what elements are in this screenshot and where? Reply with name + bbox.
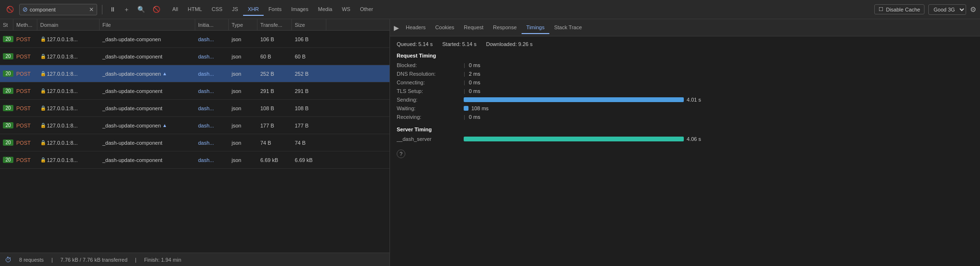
type-text: json <box>232 123 241 128</box>
timing-value: 4.01 s <box>687 97 701 103</box>
help-icon[interactable]: ? <box>397 150 405 158</box>
detail-tab-timings[interactable]: Timings <box>522 22 549 34</box>
server-timing-label: __dash_server <box>397 136 459 142</box>
pause-button[interactable]: ⏸ <box>107 4 118 15</box>
table-row[interactable]: 20 POST 🔒 127.0.0.1:8... _dash-update-co… <box>0 31 390 48</box>
nav-tab-css[interactable]: CSS <box>207 3 227 16</box>
clear-button[interactable]: 🚫 <box>4 4 16 15</box>
table-row[interactable]: 20 POST 🔒 127.0.0.1:8... _dash-update-co… <box>0 48 390 65</box>
method-text: POST <box>16 54 31 59</box>
status-badge: 20 <box>3 36 13 42</box>
detail-tabs: ▶ HeadersCookiesRequestResponseTimingsSt… <box>390 19 980 36</box>
initiator-link[interactable]: dash... <box>198 54 214 59</box>
method-text: POST <box>16 88 31 94</box>
type-text: json <box>232 157 241 163</box>
play-button[interactable]: ▶ <box>392 22 401 34</box>
timing-label: Receiving: <box>397 114 459 120</box>
detail-tab-response[interactable]: Response <box>488 22 522 34</box>
table-row[interactable]: 20 POST 🔒 127.0.0.1:8... _dash-update-co… <box>0 100 390 117</box>
tick-mark: | <box>464 114 465 120</box>
status-badge: 20 <box>3 70 13 77</box>
timing-rows-container: Blocked: | 0 ms DNS Resolution: | 2 ms C… <box>397 62 973 120</box>
initiator-link[interactable]: dash... <box>198 140 214 146</box>
detail-tab-cookies[interactable]: Cookies <box>431 22 459 34</box>
initiator-link[interactable]: dash... <box>198 157 214 163</box>
table-row[interactable]: 20 POST 🔒 127.0.0.1:8... _dash-update-co… <box>0 134 390 151</box>
request-timing-title: Request Timing <box>397 53 973 58</box>
timing-row: Blocked: | 0 ms <box>397 62 973 68</box>
timing-row: Connecting: | 0 ms <box>397 80 973 85</box>
nav-tab-other[interactable]: Other <box>355 3 378 16</box>
lock-icon: 🔒 <box>40 123 46 128</box>
filter-icon: ⊘ <box>22 6 28 13</box>
domain-text: 127.0.0.1:8... <box>47 157 78 163</box>
table-row[interactable]: 20 POST 🔒 127.0.0.1:8... _dash-update-co… <box>0 151 390 169</box>
tick-mark: | <box>464 62 465 68</box>
timing-bar <box>464 106 468 111</box>
server-timing-value: 4.06 s <box>687 136 701 142</box>
table-row[interactable]: 20 POST 🔒 127.0.0.1:8... _dash-update-co… <box>0 65 390 82</box>
nav-tab-ws[interactable]: WS <box>337 3 355 16</box>
settings-gear-button[interactable]: ⚙ <box>970 5 976 14</box>
timing-content: Queued: 5.14 s Started: 5.14 s Downloade… <box>390 36 980 266</box>
timing-value: 0 ms <box>469 62 480 68</box>
col-header-status: St <box>0 19 13 30</box>
col-header-type: Type <box>229 19 257 30</box>
server-timing-bar-wrap: 4.06 s <box>464 136 973 142</box>
method-text: POST <box>16 71 31 77</box>
domain-text: 127.0.0.1:8... <box>47 105 78 111</box>
nav-tab-xhr[interactable]: XHR <box>243 3 264 16</box>
initiator-link[interactable]: dash... <box>198 36 214 42</box>
server-timing-bar <box>464 137 684 141</box>
timing-bar-wrap: 108 ms <box>464 105 973 111</box>
timing-value: 108 ms <box>471 105 489 111</box>
timing-bar-wrap: | 0 ms <box>464 114 973 120</box>
table-row[interactable]: 20 POST 🔒 127.0.0.1:8... _dash-update-co… <box>0 117 390 134</box>
divider <box>102 5 102 14</box>
file-text: _dash-update-componen <box>102 36 161 42</box>
detail-tab-stack-trace[interactable]: Stack Trace <box>549 22 587 34</box>
detail-tab-request[interactable]: Request <box>459 22 488 34</box>
toolbar-right: ☐ Disable Cache Good 3G ⚙ <box>874 4 976 15</box>
search-button[interactable]: 🔍 <box>135 4 147 15</box>
network-rows: 20 POST 🔒 127.0.0.1:8... _dash-update-co… <box>0 31 390 253</box>
block-button[interactable]: 🚫 <box>150 4 163 15</box>
detail-panel: ▶ HeadersCookiesRequestResponseTimingsSt… <box>390 19 980 266</box>
nav-tab-media[interactable]: Media <box>313 3 337 16</box>
detail-tab-headers[interactable]: Headers <box>401 22 431 34</box>
toolbar: 🚫 ⊘ ✕ ⏸ ＋ 🔍 🚫 AllHTMLCSSJSXHRFontsImages… <box>0 0 980 19</box>
table-row[interactable]: 20 POST 🔒 127.0.0.1:8... _dash-update-co… <box>0 82 390 100</box>
filter-input[interactable] <box>30 7 87 12</box>
lock-icon: 🔒 <box>40 140 46 145</box>
started-label: Started: 5.14 s <box>442 41 477 47</box>
status-requests: 8 requests <box>19 257 44 263</box>
size-text: 74 B <box>295 140 306 146</box>
nav-tab-js[interactable]: JS <box>227 3 243 16</box>
initiator-link[interactable]: dash... <box>198 105 214 111</box>
timing-label: TLS Setup: <box>397 88 459 94</box>
nav-tab-all[interactable]: All <box>167 3 183 16</box>
initiator-link[interactable]: dash... <box>198 123 214 128</box>
timing-value: 0 ms <box>469 114 480 120</box>
clear-filter-button[interactable]: ✕ <box>89 6 94 13</box>
col-header-domain: Domain <box>37 19 100 30</box>
throttle-select[interactable]: Good 3G <box>928 4 966 15</box>
file-text: _dash-update-component <box>102 140 162 146</box>
lock-icon: 🔒 <box>40 71 46 76</box>
timing-label: DNS Resolution: <box>397 71 459 77</box>
type-text: json <box>232 105 241 111</box>
add-filter-button[interactable]: ＋ <box>121 3 132 16</box>
col-header-method: Meth... <box>13 19 37 30</box>
timing-bar-wrap: | 0 ms <box>464 88 973 94</box>
status-badge: 20 <box>3 122 13 128</box>
initiator-link[interactable]: dash... <box>198 88 214 94</box>
nav-tab-html[interactable]: HTML <box>183 3 207 16</box>
nav-tab-fonts[interactable]: Fonts <box>264 3 287 16</box>
initiator-link[interactable]: dash... <box>198 71 214 77</box>
disable-cache-button[interactable]: ☐ Disable Cache <box>874 4 924 14</box>
type-text: json <box>232 88 241 94</box>
timing-label: Connecting: <box>397 80 459 85</box>
type-text: json <box>232 71 241 77</box>
file-text: _dash-update-componen <box>102 71 161 77</box>
nav-tab-images[interactable]: Images <box>286 3 313 16</box>
